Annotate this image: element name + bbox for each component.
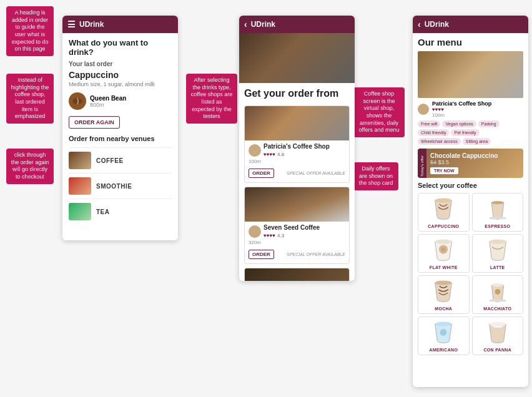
con-panna-cup-icon bbox=[482, 320, 513, 345]
flat-white-label: FLAT WHITE bbox=[421, 265, 466, 270]
sevenseed-distance: 320m bbox=[249, 240, 345, 245]
coffee-macchiato[interactable]: MACCHIATO bbox=[472, 275, 524, 314]
order-again-button[interactable]: ORDER AGAIN bbox=[69, 116, 120, 129]
con-panna-label: CON PANNA bbox=[475, 348, 521, 352]
phone3-menu-title: Our menu bbox=[418, 37, 523, 47]
svg-point-6 bbox=[441, 247, 446, 252]
tea-thumb bbox=[69, 203, 91, 220]
select-coffee-title: Select your coffee bbox=[418, 182, 523, 189]
phone1-last-order-label: Your last order bbox=[69, 61, 172, 67]
sevenseed-name: Seven Seed Coffee bbox=[264, 224, 320, 231]
phone1-header: ☰ UDrink bbox=[62, 16, 178, 33]
tea-label: TEA bbox=[96, 208, 110, 215]
phone2-hero-image bbox=[239, 33, 355, 83]
tag-sitting: Sitting area bbox=[463, 138, 491, 145]
coffee-con-panna[interactable]: CON PANNA bbox=[472, 316, 524, 355]
phone1-mockup: ☰ UDrink What do you want to drink? Your… bbox=[62, 16, 178, 240]
phone3-patricia-distance: 100m bbox=[432, 112, 491, 118]
svg-point-8 bbox=[435, 281, 452, 285]
daily-offer-banner[interactable]: Today's offer Chocolate Cappuccino $4 $3… bbox=[418, 149, 523, 178]
annotation-highlight: Instead of highlighting the coffee shop,… bbox=[6, 74, 54, 124]
tag-wifi: Free wifi bbox=[418, 120, 440, 127]
shop-card-seven-seed[interactable]: Seven Seed Coffee ♥♥♥♥ 4.3 320m ORDER SP… bbox=[244, 187, 350, 264]
americano-cup-icon bbox=[428, 320, 459, 345]
coffee-thumb bbox=[69, 152, 91, 169]
sevenseed-avatar bbox=[249, 225, 261, 238]
category-tea[interactable]: TEA bbox=[69, 198, 172, 224]
phone3-app-name: UDrink bbox=[425, 20, 449, 29]
phone3-patricia-avatar bbox=[418, 104, 429, 115]
phone1-item-name: Cappuccino bbox=[69, 70, 172, 80]
macchiato-cup-icon bbox=[482, 278, 513, 303]
tag-vegan: Vegan options bbox=[442, 120, 476, 127]
daily-offer-price: $4 $3.5 bbox=[430, 159, 520, 165]
svg-point-7 bbox=[489, 240, 506, 244]
annotation-coffeeshops: After selecting the drinks type, coffee … bbox=[186, 74, 237, 124]
category-smoothie[interactable]: SMOOTHIE bbox=[69, 173, 172, 198]
coffee-grid: CAPPUCCINO ESPRESSO FLAT WHIT bbox=[418, 193, 523, 355]
patricia-hero-image bbox=[418, 51, 523, 98]
phone2-mockup: ‹ UDrink Get your order from Patricia's … bbox=[239, 16, 355, 281]
annotation-virtualshop: Coffee shop screen is the virtual shop, … bbox=[353, 87, 405, 137]
tag-child: Child friendly bbox=[418, 129, 449, 136]
daily-offer-old-price: $4 bbox=[430, 159, 436, 165]
sevenseed-stars: ♥♥♥♥ bbox=[264, 233, 275, 238]
phone3-header: ‹ UDrink bbox=[413, 16, 528, 33]
shop-card-laurent[interactable]: Laurent Bakery ♥♥♥ 3.1 250m ORDER bbox=[244, 268, 350, 281]
coffee-latte[interactable]: LATTE bbox=[472, 234, 524, 273]
patricia-order-btn[interactable]: ORDER bbox=[249, 169, 274, 178]
phone3-back-icon[interactable]: ‹ bbox=[418, 19, 421, 29]
espresso-cup-icon bbox=[482, 196, 513, 221]
phone1-title: What do you want to drink? bbox=[69, 38, 172, 57]
annotation-checkout: click through the order again will go di… bbox=[6, 149, 54, 184]
phone1-shop-distance: 800m bbox=[90, 102, 126, 108]
patricia-stars: ♥♥♥♥ bbox=[264, 152, 275, 157]
svg-point-4 bbox=[435, 240, 452, 244]
try-now-button[interactable]: TRY NOW bbox=[430, 167, 458, 174]
coffee-americano[interactable]: AMERICANO bbox=[418, 316, 470, 355]
latte-cup-icon bbox=[482, 237, 513, 262]
phone3-patricia-name: Patricia's Coffee Shop bbox=[432, 100, 491, 107]
macchiato-label: MACCHIATO bbox=[475, 306, 521, 311]
patricia-name: Patricia's Coffee Shop bbox=[264, 143, 330, 150]
annotation-dailyoffers: Daily offers are shown on the shop card bbox=[353, 162, 398, 190]
amenities-tags: Free wifi Vegan options Parking Child fr… bbox=[418, 120, 523, 145]
svg-rect-3 bbox=[489, 217, 506, 220]
coffee-espresso[interactable]: ESPRESSO bbox=[472, 193, 524, 232]
category-coffee[interactable]: COFFEE bbox=[69, 147, 172, 173]
sevenseed-rating: 4.3 bbox=[277, 233, 284, 238]
svg-point-12 bbox=[435, 322, 452, 326]
coffee-flat-white[interactable]: FLAT WHITE bbox=[418, 234, 470, 273]
phone1-shop-name: Queen Bean bbox=[90, 95, 126, 102]
menu-icon[interactable]: ☰ bbox=[67, 19, 76, 29]
shop-avatar bbox=[69, 92, 86, 110]
svg-point-1 bbox=[435, 198, 452, 203]
phone3-shop-row: Patricia's Coffee Shop ♥♥♥♥ 100m bbox=[418, 100, 523, 118]
daily-offer-badge: Today's offer bbox=[418, 149, 426, 178]
coffee-cappuccino[interactable]: CAPPUCCINO bbox=[418, 193, 470, 232]
patricia-avatar bbox=[249, 144, 261, 157]
cappuccino-label: CAPPUCCINO bbox=[421, 224, 466, 228]
smoothie-label: SMOOTHIE bbox=[96, 183, 132, 190]
phone1-shop-row: Queen Bean 800m bbox=[69, 92, 172, 110]
svg-point-2 bbox=[491, 201, 504, 204]
americano-label: AMERICANO bbox=[421, 348, 466, 352]
patricia-rating: 4.8 bbox=[277, 152, 284, 157]
mocha-cup-icon bbox=[428, 278, 459, 303]
phone1-app-name: UDrink bbox=[79, 20, 104, 29]
sevenseed-special: SPECIAL OFFER AVAILABLE bbox=[287, 252, 345, 257]
annotation-heading: A heading is added in order to guide the… bbox=[6, 6, 54, 56]
svg-point-9 bbox=[491, 283, 504, 287]
daily-offer-title: Chocolate Cappuccino bbox=[430, 152, 520, 159]
mocha-label: MOCHA bbox=[421, 306, 466, 311]
latte-label: LATTE bbox=[475, 265, 521, 270]
sevenseed-order-btn[interactable]: ORDER bbox=[249, 250, 274, 259]
nearby-label: Order from nearby venues bbox=[69, 135, 172, 142]
shop-card-patricia[interactable]: Patricia's Coffee Shop ♥♥♥♥ 4.8 100m ORD… bbox=[244, 105, 350, 183]
svg-point-10 bbox=[495, 289, 500, 295]
phone2-header: ‹ UDrink bbox=[239, 16, 355, 33]
coffee-mocha[interactable]: MOCHA bbox=[418, 275, 470, 314]
daily-offer-new-price: $3.5 bbox=[438, 159, 450, 165]
back-icon[interactable]: ‹ bbox=[244, 19, 247, 29]
phone3-mockup: ‹ UDrink Our menu Patricia's Coffee Shop… bbox=[413, 16, 528, 387]
